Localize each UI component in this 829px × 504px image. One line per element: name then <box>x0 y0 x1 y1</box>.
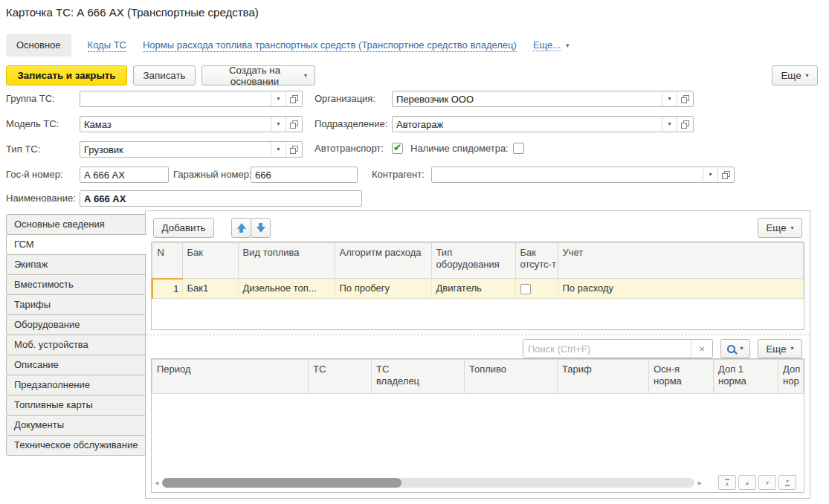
group-ts-open-button[interactable] <box>286 91 302 106</box>
open-icon <box>290 146 298 154</box>
col-header-period: Период <box>152 360 309 394</box>
model-ts-open-button[interactable] <box>286 117 302 132</box>
col-header-ts: ТС <box>309 360 372 394</box>
nav-more-menu[interactable]: Еще... ▼ <box>533 39 570 51</box>
sidebar-item-gsm[interactable]: ГСМ <box>6 234 146 255</box>
autotransport-label: Автотранспорт: <box>314 140 384 157</box>
open-icon <box>290 120 298 129</box>
sidebar-item-ekipazh[interactable]: Экипаж <box>6 254 146 275</box>
contractor-open-button[interactable] <box>717 167 734 182</box>
clear-search-button[interactable]: × <box>691 340 712 358</box>
gos-number-label: Гос-й номер: <box>6 167 63 183</box>
norms-more-button[interactable]: Еще ▾ <box>758 339 802 358</box>
go-last-button[interactable]: ▼ <box>778 475 796 490</box>
model-ts-dropdown-button[interactable]: ▾ <box>271 117 286 132</box>
department-open-button[interactable] <box>677 117 693 132</box>
form-more-button[interactable]: Еще ▾ <box>772 65 818 85</box>
garage-number-input[interactable] <box>251 167 358 183</box>
chevron-down-icon: ▾ <box>304 73 307 79</box>
scrollbar-thumb[interactable] <box>162 478 402 488</box>
col-header-algorithm: Алгоритм расхода <box>335 243 431 279</box>
go-first-button[interactable]: ▲ <box>718 475 736 490</box>
search-input[interactable] <box>523 340 691 358</box>
name-input[interactable] <box>80 190 362 207</box>
tab-normy-rashoda[interactable]: Нормы расхода топлива транспортных средс… <box>143 39 517 52</box>
chevron-down-icon: ▾ <box>277 146 280 152</box>
search-options-button[interactable]: ▾ <box>720 339 750 358</box>
col-header-tank: Бак <box>182 243 238 279</box>
type-ts-field: ▾ <box>80 141 303 158</box>
organization-input[interactable] <box>393 91 662 106</box>
gos-number-input[interactable] <box>80 167 169 183</box>
cell-no-tank[interactable] <box>515 279 558 299</box>
table-row[interactable]: 1 Бак1 Дизельное топ... По пробегу Двига… <box>152 279 804 299</box>
department-dropdown-button[interactable]: ▾ <box>662 117 677 132</box>
sidebar-item-oborudovanie[interactable]: Оборудование <box>6 314 146 335</box>
save-button[interactable]: Записать <box>133 65 196 85</box>
contractor-dropdown-button[interactable]: ▾ <box>703 167 717 182</box>
organization-dropdown-button[interactable]: ▾ <box>662 91 677 106</box>
tab-kody-ts[interactable]: Коды ТС <box>88 39 126 52</box>
go-previous-button[interactable]: ▲ <box>738 475 756 490</box>
move-up-button[interactable] <box>231 218 251 238</box>
scroll-left-icon[interactable]: ◂ <box>155 479 159 487</box>
cell-equipment[interactable]: Двигатель <box>431 279 515 299</box>
fuel-tanks-table: N Бак Вид топлива Алгоритм расхода Типоб… <box>151 242 804 330</box>
cell-accounting[interactable]: По расходу <box>558 279 804 299</box>
arrow-up-icon <box>237 223 246 233</box>
sidebar-item-osnovnye-svedeniya[interactable]: Основные сведения <box>6 214 146 235</box>
department-input[interactable] <box>393 117 662 132</box>
move-down-button[interactable] <box>251 218 271 238</box>
garage-number-label: Гаражный номер: <box>173 167 252 183</box>
horizontal-scrollbar: ◂ ▸ ▲ ▲ ▼ ▼ <box>152 473 804 492</box>
save-close-label: Записать и закрыть <box>17 70 115 81</box>
create-based-label: Создать на основании <box>210 65 300 87</box>
contractor-input[interactable] <box>432 167 703 182</box>
chevron-down-icon: ▾ <box>709 172 712 178</box>
chevron-down-icon: ▾ <box>668 96 671 102</box>
sidebar-item-tarify[interactable]: Тарифы <box>6 294 146 315</box>
department-label: Подразделение: <box>314 116 387 132</box>
first-icon: ▲ <box>725 479 730 486</box>
speedometer-checkbox[interactable] <box>513 143 524 154</box>
chevron-down-icon: ▾ <box>806 73 809 79</box>
sidebar-item-dokumenty[interactable]: Документы <box>6 415 146 436</box>
tab-osnovnoe[interactable]: Основное <box>6 34 71 56</box>
open-icon <box>722 171 730 179</box>
go-next-button[interactable]: ▼ <box>758 475 776 490</box>
nav-more-label: Еще... <box>533 39 561 51</box>
no-tank-checkbox[interactable] <box>520 284 531 294</box>
sidebar-item-vmestimost[interactable]: Вместимость <box>6 274 146 295</box>
norms-table: Период ТС ТСвладелец Топливо Тариф Осн-я… <box>151 358 804 493</box>
sidebar-item-opisanie[interactable]: Описание <box>6 355 146 375</box>
sidebar-item-toplivnye-karty[interactable]: Топливные карты <box>6 395 146 416</box>
type-ts-dropdown-button[interactable]: ▾ <box>271 142 286 157</box>
model-ts-input[interactable] <box>80 117 271 132</box>
sidebar-item-tehnicheskoe-obsluzhivanie[interactable]: Техническое обслуживание <box>6 435 146 456</box>
scrollbar-track[interactable] <box>162 478 695 488</box>
type-ts-open-button[interactable] <box>286 142 302 157</box>
create-based-button[interactable]: Создать на основании ▾ <box>201 65 315 85</box>
save-close-button[interactable]: Записать и закрыть <box>6 65 127 85</box>
sidebar-item-mob-ustroystva[interactable]: Моб. устройства <box>6 335 146 355</box>
cell-tank[interactable]: Бак1 <box>182 279 238 299</box>
organization-label: Организация: <box>314 91 375 107</box>
group-ts-input[interactable] <box>80 91 271 106</box>
norms-more-label: Еще <box>766 343 786 355</box>
scroll-right-icon[interactable]: ▸ <box>697 479 702 487</box>
add-button[interactable]: Добавить <box>153 218 214 238</box>
cell-n[interactable]: 1 <box>152 279 182 299</box>
up-icon: ▲ <box>745 480 750 485</box>
group-ts-dropdown-button[interactable]: ▾ <box>271 91 286 106</box>
cell-algorithm[interactable]: По пробегу <box>335 279 431 299</box>
col-header-n: N <box>152 243 182 279</box>
splitter[interactable] <box>146 335 810 335</box>
type-ts-input[interactable] <box>80 142 271 157</box>
down-icon: ▼ <box>765 480 770 485</box>
fuel-more-button[interactable]: Еще ▾ <box>758 218 802 238</box>
sidebar-item-predzapolnenie[interactable]: Предзаполнение <box>6 375 146 395</box>
autotransport-checkbox[interactable]: ✔ <box>392 143 403 154</box>
col-header-add2-norm: Допнор <box>778 360 804 394</box>
organization-open-button[interactable] <box>677 91 693 106</box>
cell-fuel[interactable]: Дизельное топ... <box>238 279 335 299</box>
